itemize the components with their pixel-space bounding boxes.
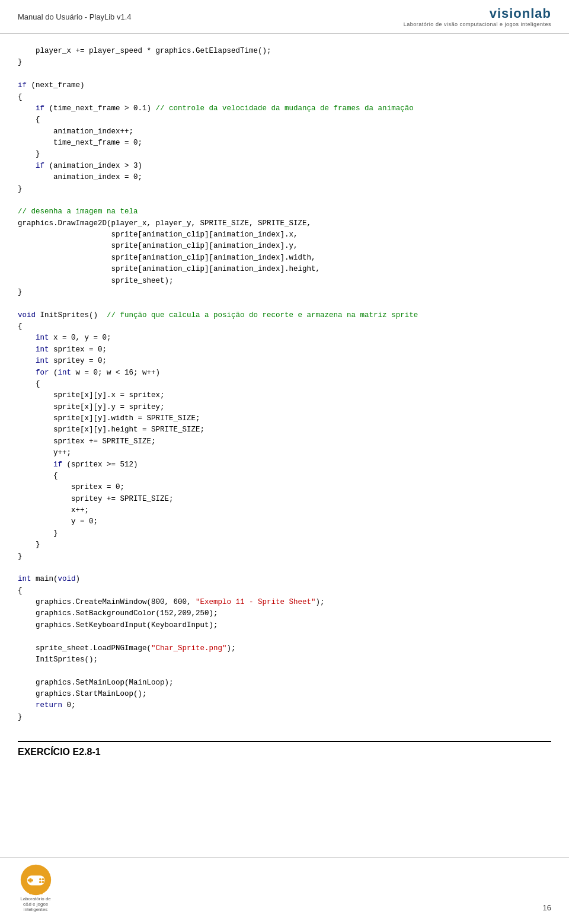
footer-logo-label: Laboratório de c&d e jogos inteligentes bbox=[18, 896, 53, 912]
code-block: player_x += player_speed * graphics.GetE… bbox=[18, 46, 551, 723]
svg-text:GAMES: GAMES bbox=[28, 891, 43, 895]
logo-main: visionlab bbox=[490, 6, 551, 21]
logo-area: visionlab Laboratório de visão computaci… bbox=[404, 6, 551, 27]
icad-games-logo-icon: GAMES bbox=[20, 864, 52, 896]
page-number: 16 bbox=[543, 903, 551, 912]
footer-logo: GAMES Laboratório de c&d e jogos intelig… bbox=[18, 864, 53, 912]
svg-rect-3 bbox=[27, 880, 33, 882]
svg-point-4 bbox=[39, 878, 41, 881]
page-footer: GAMES Laboratório de c&d e jogos intelig… bbox=[0, 857, 569, 912]
main-content: player_x += player_speed * graphics.GetE… bbox=[0, 34, 569, 805]
document-title: Manual do Usuário - PlayLib v1.4 bbox=[18, 12, 132, 21]
section-heading: EXERCÍCIO E2.8-1 bbox=[18, 741, 551, 757]
logo-sub: Laboratório de visão computacional e jog… bbox=[404, 21, 551, 27]
svg-point-5 bbox=[41, 878, 44, 881]
svg-point-6 bbox=[39, 881, 41, 883]
svg-point-7 bbox=[41, 881, 44, 883]
page-header: Manual do Usuário - PlayLib v1.4 visionl… bbox=[0, 0, 569, 34]
